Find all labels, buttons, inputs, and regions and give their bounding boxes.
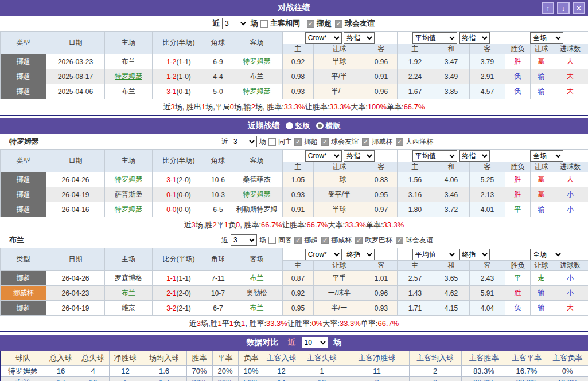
away-team[interactable]: 桑德菲杰 [231, 172, 283, 187]
close-button[interactable]: ✕ [573, 2, 585, 14]
odds-home: 1.05 [283, 172, 314, 187]
away-team[interactable]: 利勒斯特罗姆 [231, 202, 283, 217]
away-team[interactable]: 特罗姆瑟 [231, 187, 283, 202]
league-checkbox-friendly[interactable] [335, 20, 342, 28]
league-checkbox[interactable] [294, 237, 302, 244]
league-checkbox[interactable] [294, 138, 302, 146]
same-away-label: 同客 [278, 235, 292, 245]
bookmaker-select[interactable]: Crow* [305, 249, 342, 260]
odds-final-select[interactable]: 终指 [344, 150, 375, 162]
radio-vertical-icon[interactable] [286, 122, 293, 129]
stat-cell: 14 [264, 377, 299, 381]
result-handicap: 输 [531, 69, 552, 84]
home-team[interactable]: 布兰 [105, 54, 153, 69]
bookmaker-select[interactable]: Crow* [305, 150, 342, 162]
avg-select[interactable]: 平均值 [412, 249, 457, 260]
stat-cell: 12 [109, 366, 142, 377]
away-team[interactable]: 布兰 [231, 271, 283, 286]
league-checkbox[interactable] [321, 237, 329, 244]
layout-radio-vertical[interactable]: 竖版 [286, 121, 310, 131]
away-team[interactable]: 奥勒松 [231, 286, 283, 301]
score-cell: 1-2(1-1) [153, 54, 205, 69]
avg-home: 2.24 [398, 69, 433, 84]
layout-radio-horizontal[interactable]: 横版 [316, 121, 341, 131]
league-checkbox[interactable] [321, 138, 329, 146]
team-name[interactable]: 特罗姆瑟 [1, 366, 45, 377]
odds-home: 0.93 [283, 187, 314, 202]
away-team[interactable]: 特罗姆瑟 [231, 84, 283, 99]
col-away: 客场 [231, 150, 283, 172]
avg-draw: 4.06 [433, 172, 470, 187]
brann-games-select[interactable]: 3 [231, 234, 257, 246]
avg-select[interactable]: 平均值 [412, 32, 457, 44]
h2h-games-select[interactable]: 3 [222, 18, 248, 29]
same-home-checkbox[interactable] [268, 138, 276, 146]
home-team[interactable]: 特罗姆瑟 [105, 202, 153, 217]
tromso-table: 类型 日期 主场 比分(半场) 角球 客场 Crow* 终指 平均值 终指 全场 [0, 149, 588, 217]
avg-draw: 4.62 [433, 286, 470, 301]
result-handicap: 赢 [531, 187, 552, 202]
stat-cell: 16 [45, 366, 77, 377]
col-odds-away: 客 [365, 261, 398, 271]
col-odds-away: 客 [365, 162, 398, 172]
same-venue-checkbox[interactable] [260, 20, 268, 28]
score-cell: 1-2(1-0) [153, 69, 205, 84]
result-goals: 大 [552, 54, 588, 69]
compare-games-select[interactable]: 10 [302, 337, 328, 348]
home-team[interactable]: 特罗姆瑟 [105, 172, 153, 187]
away-team[interactable]: 布兰 [231, 301, 283, 316]
home-team[interactable]: 萨普斯堡 [105, 187, 153, 202]
league-checkbox[interactable] [355, 237, 363, 244]
select-row: 类型 日期 主场 比分(半场) 角球 客场 Crow* 终指 平均值 终指 全场 [1, 150, 588, 162]
stat-cell: 1 [299, 366, 345, 377]
avg-select[interactable]: 平均值 [412, 150, 457, 162]
scroll-up-button[interactable]: ↑ [542, 2, 554, 14]
odds-home: 0.87 [283, 271, 314, 286]
avg-away: 2.43 [470, 271, 505, 286]
result-handicap: 走 [531, 271, 552, 286]
avg-away: 2.13 [470, 187, 505, 202]
odds-away: 0.96 [365, 84, 398, 99]
league-type: 挪超 [1, 84, 46, 99]
result-handicap: 输 [531, 202, 552, 217]
home-team[interactable]: 罗森博格 [105, 271, 153, 286]
near-label: 近 [288, 337, 296, 348]
scope-select[interactable]: 全场 [530, 150, 563, 162]
odds-handicap: 一球 [314, 172, 365, 187]
league-label: 球会友谊 [331, 137, 359, 147]
avg-away: 5.91 [470, 286, 505, 301]
score-cell: 1-1(1-1) [153, 271, 205, 286]
scope-select[interactable]: 全场 [530, 32, 563, 44]
scroll-down-button[interactable]: ↓ [557, 2, 570, 14]
home-team[interactable]: 布兰 [105, 84, 153, 99]
home-team[interactable]: 特罗姆瑟 [105, 69, 153, 84]
odds-final-select[interactable]: 终指 [344, 32, 375, 44]
col-date: 日期 [46, 248, 105, 271]
tromso-games-select[interactable]: 3 [231, 136, 257, 147]
col-ha-draw-rate: 主客平率 [507, 351, 547, 366]
avg-final-select[interactable]: 终指 [459, 249, 490, 260]
avg-final-select[interactable]: 终指 [459, 32, 490, 44]
home-team[interactable]: 布兰 [105, 286, 153, 301]
avg-final-select[interactable]: 终指 [459, 150, 490, 162]
bookmaker-select[interactable]: Crow* [305, 32, 342, 44]
radio-horizontal-icon[interactable] [316, 122, 324, 129]
league-checkbox-norway[interactable] [307, 20, 314, 28]
away-team[interactable]: 布兰 [231, 69, 283, 84]
league-type: 挪超 [1, 187, 46, 202]
same-away-checkbox[interactable] [268, 237, 276, 244]
league-checkbox[interactable] [396, 237, 403, 244]
match-date: 26-04-26 [46, 172, 105, 187]
score-cell: 3-2(2-1) [153, 301, 205, 316]
scope-select[interactable]: 全场 [530, 249, 563, 260]
home-team[interactable]: 维京 [105, 301, 153, 316]
col-ha-goals-for: 主客入球 [264, 351, 299, 366]
stat-cell: 50% [238, 377, 264, 381]
odds-final-select[interactable]: 终指 [344, 249, 375, 260]
team-name[interactable]: 布兰 [1, 377, 45, 381]
col-avg-draw: 和 [433, 44, 470, 54]
league-checkbox[interactable] [396, 138, 403, 146]
league-checkbox[interactable] [362, 138, 369, 146]
away-team[interactable]: 特罗姆瑟 [231, 54, 283, 69]
avg-draw: 3.65 [433, 271, 470, 286]
